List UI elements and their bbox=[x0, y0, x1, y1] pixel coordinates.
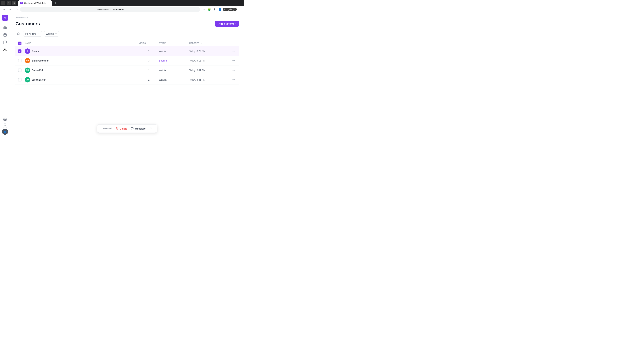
add-customer-button[interactable]: Add customer bbox=[215, 21, 239, 27]
col-updated[interactable]: UPDATED bbox=[189, 42, 226, 44]
sidebar-item-customers[interactable] bbox=[2, 46, 8, 53]
app-container: M bbox=[0, 13, 244, 137]
more-cell-3: ••• bbox=[226, 68, 236, 72]
forward-button[interactable]: → bbox=[8, 7, 13, 12]
row-checkbox-4[interactable] bbox=[18, 78, 22, 81]
updated-3: Today, 3:41 PM bbox=[189, 69, 226, 71]
window-controls: — □ ✕ bbox=[1, 1, 16, 5]
minimize-button[interactable]: — bbox=[1, 1, 5, 5]
updated-2: Today, 9:13 PM bbox=[189, 59, 226, 62]
message-action-button[interactable]: Message bbox=[131, 127, 146, 130]
maximize-button[interactable]: □ bbox=[7, 1, 11, 5]
bottom-action-bar: 1 selected Delete Message ✕ bbox=[97, 124, 157, 133]
visits-4: 1 bbox=[139, 78, 159, 81]
minus-icon: — bbox=[18, 42, 21, 44]
customer-name-1: J James bbox=[25, 48, 139, 54]
more-options-button[interactable]: ⋮ bbox=[208, 21, 213, 26]
sidebar-item-settings[interactable] bbox=[2, 116, 8, 123]
header-actions: ⋮ Add customer bbox=[208, 21, 239, 27]
customer-name-2: SH Sam Hemsworth bbox=[25, 58, 139, 63]
page-header: Customers ⋮ Add customer bbox=[16, 21, 239, 27]
sidebar-item-help[interactable]: ? bbox=[3, 123, 8, 128]
state-1: Waitlist bbox=[159, 50, 189, 52]
customer-name-text-4: Jessica Moon bbox=[32, 78, 46, 81]
page-title: Customers bbox=[16, 21, 40, 26]
close-button[interactable]: ✕ bbox=[12, 1, 16, 5]
table-row[interactable]: JM Jessica Moon 1 Waitlist Today, 3:41 P… bbox=[16, 75, 239, 85]
customers-table: — NAME VISITS STATE UPDATED ✓ J James 1 bbox=[16, 40, 239, 85]
search-button[interactable] bbox=[16, 31, 22, 37]
sidebar-bottom: ? 👤 bbox=[2, 116, 8, 135]
customer-name-3: SD Sarina Dale bbox=[25, 67, 139, 73]
col-state: STATE bbox=[159, 42, 189, 44]
visits-2: 3 bbox=[139, 59, 159, 62]
download-icon[interactable]: ⬇ bbox=[212, 7, 217, 12]
updated-4: Today, 3:41 PM bbox=[189, 78, 226, 81]
browser-chrome: — □ ✕ W Customers | Waitwhile ✕ + ← → ↻ … bbox=[0, 0, 244, 13]
row-more-button-2[interactable]: ••• bbox=[232, 58, 236, 63]
svg-rect-0 bbox=[4, 34, 6, 36]
browser-titlebar: — □ ✕ W Customers | Waitwhile ✕ + bbox=[0, 0, 244, 6]
all-time-filter[interactable]: All time bbox=[23, 31, 42, 36]
sidebar-item-messages[interactable] bbox=[2, 39, 8, 45]
row-checkbox-2[interactable] bbox=[18, 59, 22, 62]
customer-avatar-3: SD bbox=[25, 67, 30, 73]
col-visits: VISITS bbox=[139, 42, 159, 44]
table-row[interactable]: SD Sarina Dale 1 Waitlist Today, 3:41 PM… bbox=[16, 65, 239, 75]
filters-bar: All time Waiting bbox=[16, 31, 239, 37]
new-tab-button[interactable]: + bbox=[53, 1, 58, 5]
user-avatar[interactable]: 👤 bbox=[2, 129, 8, 135]
more-cell-1: ••• bbox=[226, 49, 236, 53]
customer-avatar-2: SH bbox=[25, 58, 30, 63]
waiting-filter[interactable]: Waiting bbox=[44, 31, 59, 36]
row-checkbox-3[interactable] bbox=[18, 68, 22, 72]
row-checkbox-1[interactable]: ✓ bbox=[18, 49, 22, 53]
main-content: Moodjoy7434 Customers ⋮ Add customer bbox=[10, 13, 244, 137]
state-4: Waitlist bbox=[159, 78, 189, 81]
state-3: Waitlist bbox=[159, 69, 189, 71]
selected-count: 1 selected bbox=[101, 127, 112, 130]
customer-name-text-1: James bbox=[32, 50, 39, 52]
svg-point-8 bbox=[4, 119, 6, 120]
svg-point-4 bbox=[4, 48, 5, 49]
select-all-checkbox[interactable]: — bbox=[18, 41, 22, 45]
state-2: Booking bbox=[159, 59, 189, 62]
active-tab[interactable]: W Customers | Waitwhile ✕ bbox=[18, 0, 52, 6]
customer-name-4: JM Jessica Moon bbox=[25, 77, 139, 82]
dismiss-action-bar-button[interactable]: ✕ bbox=[149, 126, 153, 131]
visits-1: 1 bbox=[139, 50, 159, 52]
row-more-button-1[interactable]: ••• bbox=[232, 49, 236, 53]
sidebar-item-home[interactable] bbox=[2, 24, 8, 31]
table-row[interactable]: SH Sam Hemsworth 3 Booking Today, 9:13 P… bbox=[16, 56, 239, 65]
delete-action-button[interactable]: Delete bbox=[116, 127, 127, 130]
updated-1: Today, 8:22 PM bbox=[189, 50, 226, 52]
tab-favicon: W bbox=[20, 2, 23, 4]
profile-icon[interactable]: 👤 bbox=[218, 7, 222, 12]
customer-avatar-4: JM bbox=[25, 77, 30, 82]
reload-button[interactable]: ↻ bbox=[14, 7, 19, 12]
svg-rect-11 bbox=[26, 33, 28, 35]
sidebar-item-analytics[interactable] bbox=[2, 54, 8, 60]
address-bar: ← → ↻ ☆ 🧩 ⬇ 👤 Incognito (2) ⋮ bbox=[0, 6, 244, 13]
tab-title: Customers | Waitwhile bbox=[24, 2, 46, 4]
incognito-badge[interactable]: Incognito (2) bbox=[223, 8, 237, 11]
tab-close-button[interactable]: ✕ bbox=[47, 2, 50, 4]
bookmark-icon[interactable]: ☆ bbox=[202, 7, 206, 12]
svg-line-10 bbox=[19, 34, 20, 35]
col-name: NAME bbox=[25, 42, 139, 44]
row-more-button-4[interactable]: ••• bbox=[232, 77, 236, 82]
table-row[interactable]: ✓ J James 1 Waitlist Today, 8:22 PM ••• bbox=[16, 46, 239, 56]
more-cell-2: ••• bbox=[226, 58, 236, 63]
customer-name-text-2: Sam Hemsworth bbox=[32, 59, 49, 62]
url-input[interactable] bbox=[20, 7, 200, 12]
extensions-icon[interactable]: 🧩 bbox=[207, 7, 212, 12]
breadcrumb: Moodjoy7434 bbox=[16, 16, 239, 18]
more-cell-4: ••• bbox=[226, 77, 236, 82]
sidebar-item-calendar[interactable] bbox=[2, 31, 8, 38]
row-more-button-3[interactable]: ••• bbox=[232, 68, 236, 72]
back-button[interactable]: ← bbox=[2, 7, 7, 12]
table-header: — NAME VISITS STATE UPDATED bbox=[16, 40, 239, 46]
customer-avatar-1: J bbox=[25, 48, 30, 54]
sidebar-logo[interactable]: M bbox=[2, 15, 8, 21]
menu-icon[interactable]: ⋮ bbox=[238, 7, 242, 12]
